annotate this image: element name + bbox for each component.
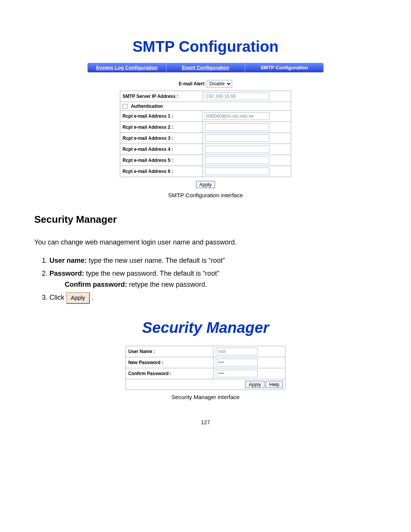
smtp-server-ip-input[interactable] bbox=[205, 93, 269, 100]
smtp-tabbar: System Log Configuration Event Configura… bbox=[88, 63, 323, 72]
page-number: 127 bbox=[34, 419, 377, 425]
rcpt2-label: Rcpt e-mail Address 2 : bbox=[120, 122, 202, 133]
step-3: Click Apply . bbox=[49, 292, 377, 304]
rcpt3-input[interactable] bbox=[205, 134, 269, 142]
security-form-table: User Name : New Password : Confirm Passw… bbox=[126, 346, 285, 390]
email-alert-label: E-mail Alert: bbox=[179, 81, 206, 86]
new-password-label: New Password : bbox=[126, 357, 213, 368]
security-caption: Security Manager interface bbox=[34, 394, 377, 400]
rcpt1-input[interactable] bbox=[205, 112, 269, 120]
user-name-input[interactable] bbox=[216, 348, 258, 355]
confirm-password-input[interactable] bbox=[216, 370, 258, 377]
security-manager-widget-heading: Security Manager bbox=[34, 319, 377, 336]
inline-apply-button: Apply bbox=[66, 292, 90, 304]
authentication-label: Authentication bbox=[131, 104, 163, 109]
authentication-checkbox[interactable] bbox=[123, 104, 127, 109]
smtp-form-table: SMTP Server IP Address : Authentication … bbox=[120, 91, 291, 177]
email-alert-select[interactable]: Disable bbox=[207, 80, 232, 88]
smtp-heading: SMTP Configuration bbox=[34, 38, 377, 55]
smtp-server-ip-label: SMTP Server IP Address : bbox=[120, 91, 202, 102]
rcpt4-label: Rcpt e-mail Address 4 : bbox=[120, 144, 202, 155]
tab-smtp-config[interactable]: SMTP Configuration bbox=[245, 63, 323, 72]
rcpt6-input[interactable] bbox=[205, 168, 269, 175]
user-name-label: User Name : bbox=[126, 346, 213, 357]
security-intro-text: You can change web management login user… bbox=[34, 237, 377, 248]
rcpt5-input[interactable] bbox=[205, 157, 269, 164]
authentication-row[interactable]: Authentication bbox=[120, 102, 291, 111]
rcpt1-label: Rcpt e-mail Address 1 : bbox=[120, 111, 202, 122]
new-password-input[interactable] bbox=[216, 359, 258, 366]
step-2: Password: type the new password. The def… bbox=[49, 268, 377, 291]
security-help-button[interactable]: Help bbox=[266, 381, 283, 388]
rcpt5-label: Rcpt e-mail Address 5 : bbox=[120, 155, 202, 166]
rcpt6-label: Rcpt e-mail Address 6 : bbox=[120, 166, 202, 177]
confirm-password-label: Confirm Password : bbox=[126, 368, 213, 379]
rcpt4-input[interactable] bbox=[205, 145, 269, 153]
smtp-caption: SMTP Configuration interface bbox=[34, 192, 377, 198]
rcpt3-label: Rcpt e-mail Address 3 : bbox=[120, 133, 202, 144]
email-alert-row: E-mail Alert: Disable bbox=[120, 80, 291, 88]
tab-event-config[interactable]: Event Configuration bbox=[166, 63, 245, 72]
security-manager-heading: Security Manager bbox=[34, 214, 377, 225]
smtp-apply-button[interactable]: Apply bbox=[196, 181, 215, 188]
security-apply-button[interactable]: Apply bbox=[245, 381, 264, 388]
tab-system-log[interactable]: System Log Configuration bbox=[88, 63, 166, 72]
rcpt2-input[interactable] bbox=[205, 123, 269, 131]
step-1: User name: type the new user name. The d… bbox=[49, 255, 377, 267]
